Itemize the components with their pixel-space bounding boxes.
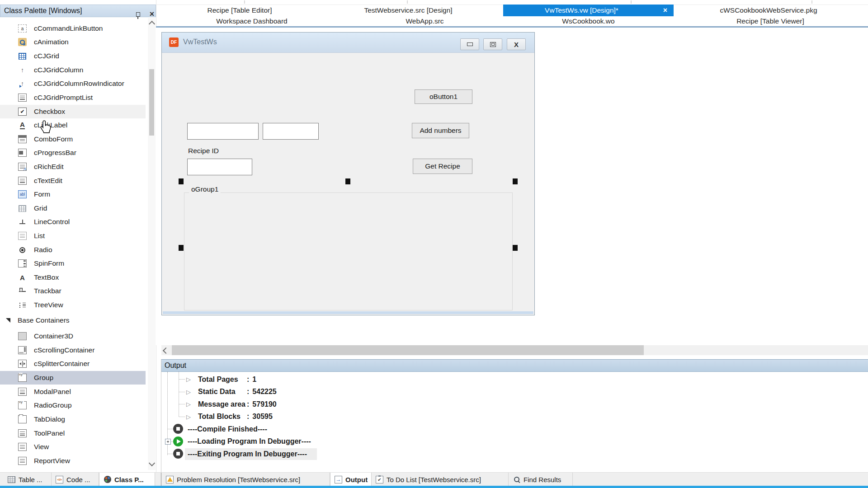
- tree-collapsed-icon[interactable]: ▷: [186, 413, 191, 420]
- palette-item-form[interactable]: Form: [0, 188, 146, 201]
- bottom-tab-problem-resolution[interactable]: Problem Resolution [TestWebservice.src]: [162, 473, 330, 486]
- palette-item-toolpanel[interactable]: ToolPanel: [0, 427, 146, 440]
- palette-item-progressbar[interactable]: cProgressBar: [0, 146, 146, 160]
- tab-testwebservice-src[interactable]: TestWebservice.src [Design]: [318, 5, 499, 16]
- palette-item-cjgridpromptlist[interactable]: cCJGridPromptList: [0, 91, 146, 104]
- palette-item-label: cCommandLinkButton: [34, 24, 103, 33]
- palette-item-cjgrid[interactable]: cCJGrid: [0, 49, 146, 63]
- scrolling-container-icon: [18, 346, 27, 354]
- palette-item-linecontrol[interactable]: LineControl: [0, 215, 146, 229]
- output-event-row[interactable]: ----Compile Finished----: [188, 423, 267, 436]
- palette-item-scrollingcontainer[interactable]: cScrollingContainer: [0, 343, 146, 357]
- tab-close-icon[interactable]: ×: [663, 5, 667, 16]
- palette-item-modalpanel[interactable]: ModalPanel: [0, 385, 146, 399]
- palette-item-tabdialog[interactable]: TabDialog: [0, 413, 146, 426]
- window-close-button[interactable]: X: [507, 38, 526, 50]
- tab-cwscookbookwebservice-pkg[interactable]: cWSCookbookWebService.pkg: [678, 5, 859, 16]
- expander-plus-icon[interactable]: [165, 439, 171, 445]
- bottom-tab-bar: Table ... Code ... Class P... Problem Re…: [0, 472, 868, 486]
- bottom-tab-output[interactable]: Output: [330, 473, 372, 486]
- palette-item-reportview[interactable]: ReportView: [0, 454, 146, 468]
- output-event-row-selected[interactable]: ----Exiting Program In Debugger----: [188, 448, 307, 460]
- palette-item-richedit[interactable]: cRichEdit: [0, 160, 146, 174]
- selection-handle[interactable]: [513, 178, 518, 184]
- bottom-tab-class-palette[interactable]: Class P...: [99, 473, 155, 486]
- palette-item-grid[interactable]: Grid: [0, 202, 146, 215]
- palette-item-cjgridcolumn[interactable]: cCJGridColumn: [0, 63, 146, 77]
- output-stat-row[interactable]: Message area : 579190: [198, 398, 277, 411]
- palette-item-commandlinkbutton[interactable]: cCommandLinkButton: [0, 22, 146, 35]
- stat-label: Total Blocks: [198, 413, 246, 421]
- tree-collapsed-icon[interactable]: ▷: [186, 401, 191, 408]
- number2-field[interactable]: [263, 123, 319, 140]
- palette-item-splittercontainer[interactable]: cSplitterContainer: [0, 357, 146, 371]
- bottom-tab-table-explorer[interactable]: Table ...: [4, 473, 52, 486]
- selection-handle[interactable]: [179, 178, 184, 184]
- recipe-id-field[interactable]: [187, 159, 252, 175]
- selection-handle[interactable]: [513, 245, 518, 251]
- palette-item-trackbar[interactable]: Trackbar: [0, 284, 146, 298]
- animation-icon: [18, 38, 27, 46]
- selection-handle[interactable]: [345, 178, 350, 184]
- scroll-left-icon[interactable]: [163, 347, 169, 354]
- pin-icon[interactable]: [136, 12, 140, 17]
- bottom-tab-code-explorer[interactable]: Code ...: [52, 473, 99, 486]
- get-recipe-button[interactable]: Get Recipe: [413, 159, 472, 174]
- output-stat-row[interactable]: Static Data : 542225: [198, 386, 277, 399]
- designer-hscrollbar[interactable]: [161, 345, 868, 355]
- checkbox-icon: [18, 108, 27, 116]
- palette-item-spinform[interactable]: SpinForm: [0, 257, 146, 270]
- bottom-tab-label: Code ...: [66, 476, 90, 483]
- minimize-button[interactable]: [460, 38, 479, 50]
- palette-item-animation[interactable]: cAnimation: [0, 35, 146, 49]
- palette-item-container3d[interactable]: Container3D: [0, 329, 146, 343]
- output-stat-row[interactable]: Total Blocks : 30595: [198, 411, 273, 423]
- output-event-row[interactable]: ----Loading Program In Debugger----: [188, 436, 311, 448]
- designed-window-titlebar[interactable]: DF VwTestWs X: [162, 33, 534, 53]
- toolbar-divider: [407, 0, 408, 4]
- palette-item-textbox[interactable]: TextBox: [0, 271, 146, 284]
- df-logo: DF: [169, 38, 179, 47]
- close-icon[interactable]: ×: [148, 9, 156, 19]
- bottom-tab-find-results[interactable]: Find Results: [509, 473, 573, 486]
- palette-scrollbar-thumb[interactable]: [149, 69, 154, 136]
- designed-window[interactable]: DF VwTestWs X oButton1 Add numbers Recip…: [161, 32, 535, 315]
- tab-wscookbook-wo[interactable]: WsCookbook.wo: [503, 16, 674, 26]
- tab-workspace-dashboard[interactable]: Workspace Dashboard: [161, 16, 342, 26]
- selection-handle[interactable]: [179, 245, 184, 251]
- palette-item-radiogroup[interactable]: RadioGroup: [0, 399, 146, 412]
- add-numbers-button[interactable]: Add numbers: [412, 123, 469, 138]
- designer-hscrollbar-thumb[interactable]: [172, 345, 644, 355]
- progress-bar-icon: [18, 149, 27, 157]
- palette-item-view[interactable]: View: [0, 440, 146, 454]
- tab-label: Recipe [Table Viewer]: [736, 17, 804, 25]
- tab-recipe-table-viewer[interactable]: Recipe [Table Viewer]: [678, 16, 863, 26]
- palette-item-cjgridcolumnrowindicator[interactable]: cCJGridColumnRowIndicator: [0, 77, 146, 90]
- tab-vwtestws-active[interactable]: VwTestWs.vw [Design]* ×: [503, 5, 674, 16]
- palette-item-comboform[interactable]: ComboForm: [0, 132, 146, 146]
- obutton1-button[interactable]: oButton1: [415, 89, 472, 104]
- palette-item-textedit[interactable]: cTextEdit: [0, 174, 146, 188]
- number1-field[interactable]: [187, 123, 259, 140]
- button-label: Get Recipe: [425, 162, 460, 170]
- palette-item-list[interactable]: List: [0, 229, 146, 243]
- palette-item-treeview[interactable]: TreeView: [0, 298, 146, 312]
- palette-item-linklabel[interactable]: cLinkLabel: [0, 118, 146, 132]
- palette-item-checkbox[interactable]: Checkbox: [0, 105, 146, 118]
- grid-column-row-icon: [18, 80, 27, 88]
- class-palette-titlebar[interactable]: Class Palette [Windows] ×: [0, 5, 156, 17]
- event-label: ----Exiting Program In Debugger----: [188, 450, 307, 458]
- tree-collapsed-icon[interactable]: ▷: [186, 389, 191, 395]
- section-label: Base Containers: [18, 316, 70, 324]
- palette-item-label: RadioGroup: [34, 401, 72, 409]
- tree-collapsed-icon[interactable]: ▷: [186, 376, 191, 383]
- tab-webapp-src[interactable]: WebApp.src: [342, 16, 507, 26]
- ogroup1-groupbox[interactable]: [184, 192, 513, 310]
- tab-recipe-table-editor[interactable]: Recipe [Table Editor]: [161, 5, 318, 16]
- palette-item-radio[interactable]: Radio: [0, 243, 146, 257]
- section-base-containers[interactable]: Base Containers: [0, 314, 146, 327]
- palette-item-group[interactable]: Group: [0, 371, 146, 385]
- output-stat-row[interactable]: Total Pages : 1: [198, 373, 256, 386]
- bottom-tab-todo-list[interactable]: To Do List [TestWebservice.src]: [372, 473, 509, 486]
- maximize-button[interactable]: [483, 38, 502, 50]
